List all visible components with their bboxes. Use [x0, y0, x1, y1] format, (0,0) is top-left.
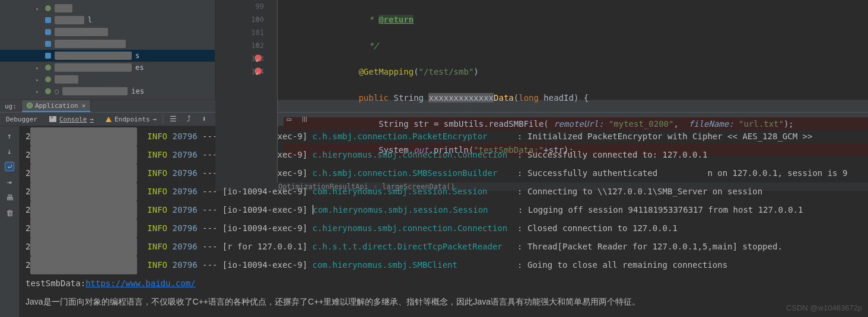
output-link[interactable]: https://www.baidu.com/	[85, 278, 195, 288]
tab-endpoints[interactable]: Endpoints →	[100, 113, 163, 126]
application-icon	[27, 103, 33, 108]
up-icon[interactable]: ⤴	[185, 114, 193, 123]
console-output[interactable]: 2x INFO 20796 --- [io-10094-exec-9] c.h.…	[20, 126, 868, 317]
scroll-to-end-icon[interactable]: ⇥	[5, 177, 14, 187]
watermark: CSDN @w10463672p	[786, 303, 862, 312]
download-icon[interactable]: ⬇	[200, 114, 208, 123]
scroll-up-icon[interactable]: ↑	[5, 131, 14, 140]
arrow-icon: →	[90, 116, 94, 123]
align-icon[interactable]: ☰	[169, 114, 177, 123]
console-toolbar: ↑ ↓ ⤶ ⇥ 🖶 🗑	[0, 126, 20, 317]
tab-console[interactable]: Console →	[43, 113, 100, 126]
breakpoint-icon[interactable]	[255, 68, 262, 75]
breakpoint-icon[interactable]	[255, 55, 262, 62]
tab-debugger[interactable]: Debugger	[0, 113, 43, 126]
print-icon[interactable]: 🖶	[5, 193, 14, 202]
tab-application[interactable]: Application ×	[22, 100, 91, 112]
debug-label: ug:	[0, 100, 22, 112]
code-editor[interactable]: 99 100⊟ 101 102⊟ 103 104 * @return */ @G…	[215, 0, 868, 100]
scroll-down-icon[interactable]: ↓	[5, 146, 14, 156]
arrow-icon: →	[153, 116, 157, 123]
endpoints-icon	[106, 117, 112, 122]
filter-icon[interactable]: ⫼	[300, 114, 309, 123]
console-icon	[49, 116, 56, 122]
close-icon[interactable]: ×	[82, 102, 86, 110]
soft-wrap-icon[interactable]: ⤶	[5, 162, 14, 171]
box-icon[interactable]: ▭	[285, 114, 293, 123]
clear-icon[interactable]: 🗑	[5, 208, 14, 217]
editor-gutter[interactable]: 99 100⊟ 101 102⊟ 103 104	[215, 0, 278, 182]
project-tree[interactable]: ▸xx xxxxl xxxxxxx xxxxxxxxx xxxxxxxxxxs …	[0, 0, 215, 100]
